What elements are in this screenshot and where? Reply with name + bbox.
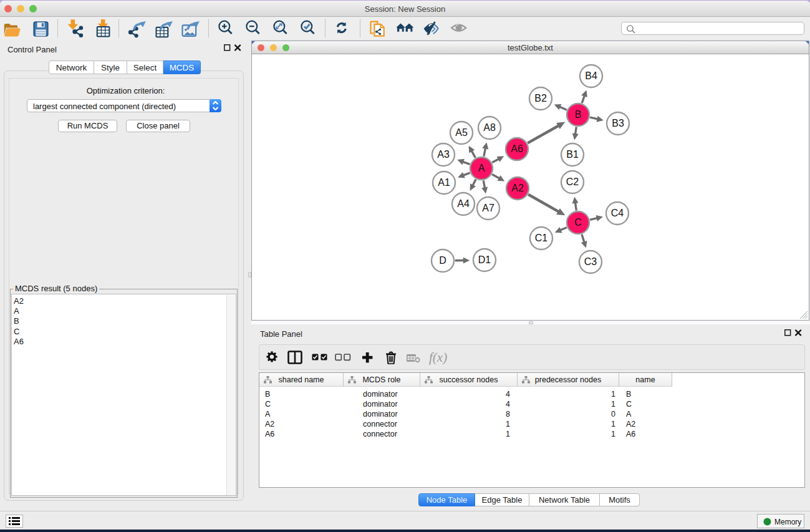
svg-text:B4: B4 — [585, 70, 597, 81]
svg-text:A4: A4 — [457, 198, 470, 209]
svg-text:B1: B1 — [566, 149, 579, 160]
svg-text:C3: C3 — [584, 256, 597, 267]
svg-text:C: C — [574, 217, 582, 228]
svg-text:A1: A1 — [438, 177, 450, 188]
svg-text:A2: A2 — [511, 183, 524, 193]
svg-text:A5: A5 — [455, 127, 468, 138]
svg-text:B: B — [575, 109, 582, 120]
svg-text:A3: A3 — [437, 149, 450, 160]
svg-text:C4: C4 — [611, 208, 624, 218]
svg-text:A7: A7 — [482, 203, 494, 213]
svg-text:B3: B3 — [612, 118, 624, 128]
svg-text:A: A — [478, 163, 485, 173]
svg-text:D: D — [439, 255, 446, 266]
svg-text:C1: C1 — [535, 233, 548, 243]
svg-text:A6: A6 — [511, 143, 523, 154]
svg-text:A8: A8 — [483, 122, 496, 133]
svg-text:D1: D1 — [478, 254, 491, 265]
svg-text:C2: C2 — [566, 177, 579, 187]
svg-text:B2: B2 — [534, 93, 547, 104]
